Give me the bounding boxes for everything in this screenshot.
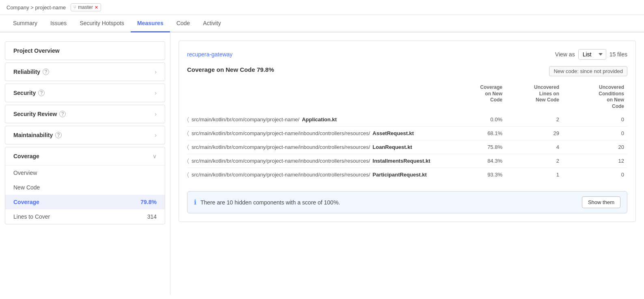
file-icon: 〈 bbox=[187, 171, 189, 178]
coverage-sub-items: Overview New Code Coverage 79.8% Lines t… bbox=[5, 165, 165, 224]
sidebar-item-label: Reliability ? bbox=[13, 69, 49, 75]
main-layout: Project Overview Reliability ? › Securit… bbox=[0, 32, 644, 295]
coverage-headline-row: Coverage on New Code 79.8% New code: sin… bbox=[187, 66, 627, 76]
uncovered-lines-val: 2 bbox=[506, 158, 562, 164]
topbar: Company > project-name ⑂ master ✕ bbox=[0, 0, 644, 15]
table-row: 〈 src/main/kotlin/br/com/company/project… bbox=[187, 127, 627, 140]
content-inner: recupera-gateway View as List Tree 15 fi… bbox=[179, 41, 636, 222]
table-row: 〈 src/main/kotlin/br/com/company/project… bbox=[187, 154, 627, 168]
col-file bbox=[187, 83, 449, 111]
chevron-right-icon: › bbox=[155, 69, 157, 75]
sidebar-item-security[interactable]: Security ? › bbox=[5, 84, 165, 102]
file-path-cell[interactable]: 〈 src/main/kotlin/br/com/company/project… bbox=[187, 157, 449, 164]
file-path-cell[interactable]: 〈 src/main/kotlin/br/com/company/project… bbox=[187, 171, 449, 178]
uncovered-lines-val: 1 bbox=[506, 172, 562, 178]
coverage-val: 68.1% bbox=[449, 130, 506, 136]
file-icon: 〈 bbox=[187, 130, 189, 137]
branch-tag[interactable]: ⑂ master ✕ bbox=[71, 3, 101, 11]
column-headers: Coverageon NewCode UncoveredLines onNew … bbox=[187, 83, 627, 111]
hidden-banner: ℹ There are 10 hidden components with a … bbox=[187, 191, 627, 213]
hidden-banner-text: There are 10 hidden components with a sc… bbox=[200, 199, 578, 206]
close-branch-icon[interactable]: ✕ bbox=[95, 5, 98, 10]
tab-issues[interactable]: Issues bbox=[44, 15, 73, 32]
coverage-sub-coverage[interactable]: Coverage 79.8% bbox=[5, 195, 165, 209]
table-row: 〈 src/main/kotlin/br/com/company/project… bbox=[187, 113, 627, 127]
view-as-select[interactable]: List Tree bbox=[578, 49, 606, 60]
coverage-sub-overview[interactable]: Overview bbox=[5, 166, 165, 180]
coverage-headline: Coverage on New Code 79.8% bbox=[187, 66, 274, 73]
uncovered-lines-val: 4 bbox=[506, 144, 562, 150]
col-uncovered-lines: UncoveredLines onNew Code bbox=[506, 83, 562, 111]
sidebar-item-label: Maintainability ? bbox=[13, 132, 62, 138]
file-icon: 〈 bbox=[187, 157, 189, 164]
branch-label: master bbox=[78, 4, 93, 10]
coverage-val: 75.8% bbox=[449, 144, 506, 150]
chevron-right-icon: › bbox=[155, 132, 157, 138]
sidebar: Project Overview Reliability ? › Securit… bbox=[0, 32, 170, 295]
coverage-label: Coverage bbox=[13, 153, 39, 159]
coverage-sub-lines-to-cover[interactable]: Lines to Cover 314 bbox=[5, 209, 165, 224]
breadcrumb: Company > project-name bbox=[6, 4, 66, 11]
table-row: 〈 src/main/kotlin/br/com/company/project… bbox=[187, 140, 627, 154]
lines-to-cover-value: 314 bbox=[147, 213, 157, 220]
sidebar-item-label: Security Review ? bbox=[13, 111, 66, 117]
sidebar-item-maintainability[interactable]: Maintainability ? › bbox=[5, 126, 165, 144]
coverage-val: 0.0% bbox=[449, 116, 506, 123]
sidebar-item-label: Project Overview bbox=[13, 47, 60, 54]
chevron-right-icon: › bbox=[155, 90, 157, 96]
content-area: recupera-gateway View as List Tree 15 fi… bbox=[170, 32, 644, 295]
sidebar-item-project-overview[interactable]: Project Overview bbox=[5, 41, 165, 60]
uncovered-conditions-val: 12 bbox=[562, 158, 627, 164]
uncovered-lines-val: 29 bbox=[506, 130, 562, 136]
uncovered-conditions-val: 0 bbox=[562, 116, 627, 123]
file-path-cell[interactable]: 〈 src/main/kotlin/br/com/company/project… bbox=[187, 130, 449, 137]
tab-summary[interactable]: Summary bbox=[6, 15, 44, 32]
coverage-value: 79.8% bbox=[140, 199, 157, 205]
info-icon: ℹ bbox=[194, 198, 196, 206]
col-coverage: Coverageon NewCode bbox=[449, 83, 506, 111]
uncovered-conditions-val: 0 bbox=[562, 172, 627, 178]
new-code-badge: New code: since not provided bbox=[549, 66, 627, 76]
sidebar-item-security-review[interactable]: Security Review ? › bbox=[5, 105, 165, 123]
coverage-section: Coverage ∨ Overview New Code Coverage 79… bbox=[5, 147, 165, 224]
file-icon: 〈 bbox=[187, 144, 189, 151]
tab-measures[interactable]: Measures bbox=[131, 15, 170, 32]
coverage-val: 84.3% bbox=[449, 158, 506, 164]
content-path[interactable]: recupera-gateway bbox=[187, 51, 233, 58]
uncovered-conditions-val: 0 bbox=[562, 130, 627, 136]
tab-security-hotspots[interactable]: Security Hotspots bbox=[73, 15, 131, 32]
nav-tabs: Summary Issues Security Hotspots Measure… bbox=[0, 15, 644, 32]
view-as-row: View as List Tree 15 files bbox=[555, 49, 627, 60]
chevron-down-icon: ∨ bbox=[153, 153, 157, 159]
coverage-header[interactable]: Coverage ∨ bbox=[5, 147, 165, 165]
chevron-right-icon: › bbox=[155, 111, 157, 117]
file-list: 〈 src/main/kotlin/br/com/company/project… bbox=[187, 113, 627, 181]
col-uncovered-conditions: UncoveredConditionson NewCode bbox=[562, 83, 627, 111]
sidebar-item-label: Security ? bbox=[13, 90, 45, 96]
content-header: recupera-gateway View as List Tree 15 fi… bbox=[187, 49, 627, 60]
help-icon[interactable]: ? bbox=[38, 90, 45, 96]
file-icon: 〈 bbox=[187, 116, 189, 123]
show-them-button[interactable]: Show them bbox=[582, 196, 620, 208]
help-icon[interactable]: ? bbox=[55, 132, 62, 138]
help-icon[interactable]: ? bbox=[43, 69, 49, 75]
help-icon[interactable]: ? bbox=[59, 111, 66, 117]
sidebar-item-reliability[interactable]: Reliability ? › bbox=[5, 62, 165, 81]
tab-code[interactable]: Code bbox=[170, 15, 196, 32]
file-path-cell[interactable]: 〈 src/main/kotlin/br/com/company/project… bbox=[187, 116, 449, 123]
tab-activity[interactable]: Activity bbox=[196, 15, 227, 32]
coverage-val: 93.3% bbox=[449, 172, 506, 178]
view-as-label: View as bbox=[555, 51, 575, 58]
file-path-cell[interactable]: 〈 src/main/kotlin/br/com/company/project… bbox=[187, 144, 449, 151]
table-row: 〈 src/main/kotlin/br/com/company/project… bbox=[187, 168, 627, 181]
uncovered-lines-val: 2 bbox=[506, 116, 562, 123]
coverage-sub-new-code[interactable]: New Code bbox=[5, 180, 165, 195]
branch-icon: ⑂ bbox=[73, 4, 76, 10]
uncovered-conditions-val: 20 bbox=[562, 144, 627, 150]
files-count: 15 files bbox=[610, 51, 627, 58]
